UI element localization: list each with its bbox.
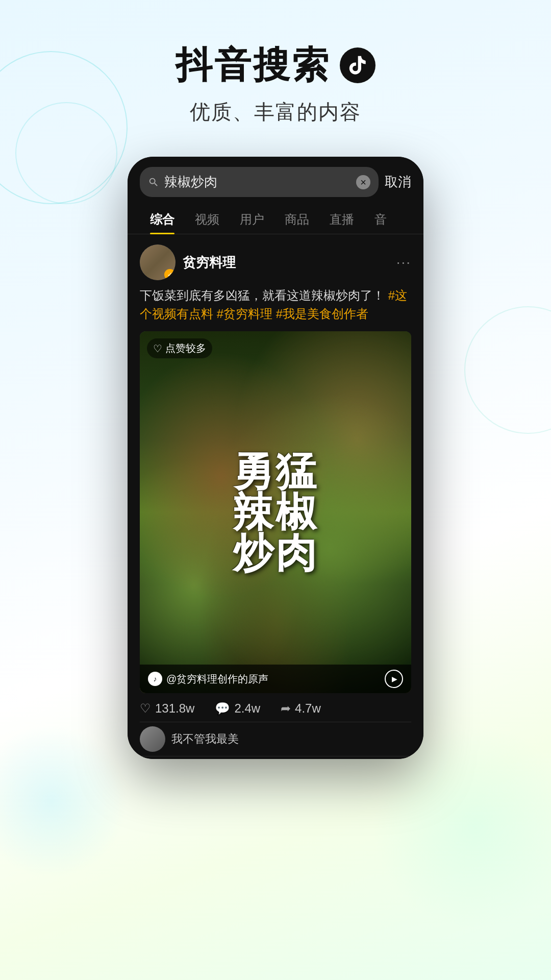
comment-text-1: 我不管我最美 bbox=[171, 731, 239, 747]
hashtag-2[interactable]: #贫穷料理 bbox=[217, 307, 276, 321]
comment-icon: 💬 bbox=[215, 701, 230, 716]
video-thumbnail[interactable]: ♡ 点赞较多 勇猛辣椒炒肉 @贫穷料理创作的原声 bbox=[140, 331, 411, 693]
likes-count: 131.8w bbox=[155, 701, 194, 716]
video-calligraphy: 勇猛辣椒炒肉 bbox=[233, 451, 318, 574]
shares-item[interactable]: ➦ 4.7w bbox=[281, 701, 321, 716]
tab-直播[interactable]: 直播 bbox=[319, 205, 364, 234]
video-text-overlay: 勇猛辣椒炒肉 bbox=[140, 331, 411, 693]
content-area: 贫穷料理 ··· 下饭菜到底有多凶猛，就看这道辣椒炒肉了！ #这个视频有点料 #… bbox=[128, 234, 423, 759]
verified-badge bbox=[164, 269, 176, 280]
tab-综合[interactable]: 综合 bbox=[140, 205, 185, 234]
phone-inner: 辣椒炒肉 取消 综合 视频 用户 商品 直播 音 bbox=[128, 157, 423, 759]
header-section: 抖音搜索 优质、丰富的内容 bbox=[0, 0, 551, 126]
sound-icon bbox=[148, 672, 162, 686]
title-text: 抖音搜索 bbox=[176, 41, 331, 90]
shares-count: 4.7w bbox=[295, 701, 321, 716]
phone-wrapper: 辣椒炒肉 取消 综合 视频 用户 商品 直播 音 bbox=[0, 157, 551, 759]
comment-avatar-1 bbox=[140, 726, 165, 752]
search-input-wrap[interactable]: 辣椒炒肉 bbox=[140, 167, 379, 197]
heart-icon: ♡ bbox=[140, 701, 151, 716]
post-body: 下饭菜到底有多凶猛，就看这道辣椒炒肉了！ bbox=[140, 288, 385, 302]
user-row: 贫穷料理 ··· bbox=[140, 244, 411, 280]
comments-count: 2.4w bbox=[234, 701, 260, 716]
phone-mockup: 辣椒炒肉 取消 综合 视频 用户 商品 直播 音 bbox=[128, 157, 423, 759]
search-icon bbox=[148, 177, 159, 188]
likes-item[interactable]: ♡ 131.8w bbox=[140, 701, 194, 716]
user-info: 贫穷料理 bbox=[140, 244, 236, 280]
engagement-row: ♡ 131.8w 💬 2.4w ➦ 4.7w bbox=[140, 693, 411, 722]
username[interactable]: 贫穷料理 bbox=[183, 254, 236, 272]
sound-text: @贫穷料理创作的原声 bbox=[166, 672, 381, 686]
post-text: 下饭菜到底有多凶猛，就看这道辣椒炒肉了！ #这个视频有点料 #贫穷料理 #我是美… bbox=[140, 286, 411, 323]
clear-search-button[interactable] bbox=[356, 175, 370, 189]
share-icon: ➦ bbox=[281, 701, 291, 716]
comments-item[interactable]: 💬 2.4w bbox=[215, 701, 260, 716]
sound-bar: @贫穷料理创作的原声 bbox=[140, 665, 411, 693]
search-bar: 辣椒炒肉 取消 bbox=[128, 157, 423, 205]
search-query: 辣椒炒肉 bbox=[164, 173, 351, 191]
comment-row-1: 我不管我最美 bbox=[140, 722, 411, 756]
tab-商品[interactable]: 商品 bbox=[274, 205, 319, 234]
app-title: 抖音搜索 bbox=[176, 41, 375, 90]
tab-用户[interactable]: 用户 bbox=[230, 205, 274, 234]
tab-视频[interactable]: 视频 bbox=[185, 205, 230, 234]
more-options-button[interactable]: ··· bbox=[396, 254, 411, 271]
hashtag-3[interactable]: #我是美食创作者 bbox=[276, 307, 368, 321]
comment-row-2: 我就没一次看时不咽唾沫的 😄 1.2w bbox=[140, 756, 411, 759]
tiktok-logo bbox=[340, 47, 375, 83]
tab-音[interactable]: 音 bbox=[364, 205, 397, 234]
subtitle: 优质、丰富的内容 bbox=[0, 98, 551, 126]
cancel-button[interactable]: 取消 bbox=[385, 173, 411, 191]
play-button[interactable] bbox=[385, 670, 403, 688]
tabs-bar: 综合 视频 用户 商品 直播 音 bbox=[128, 205, 423, 234]
avatar bbox=[140, 244, 176, 280]
